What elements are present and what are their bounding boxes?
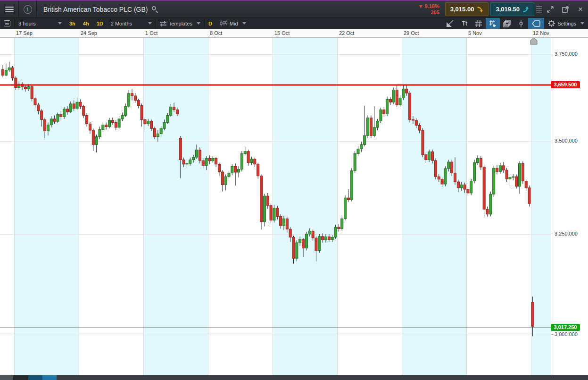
layers-button[interactable] <box>500 18 514 29</box>
date-axis-label: 22 Oct <box>339 30 354 36</box>
quick-period-3h[interactable]: 3h <box>66 18 79 29</box>
scrollbar-track-segment <box>13 375 28 380</box>
scrollbar-thumb[interactable] <box>28 375 57 380</box>
caret-down-icon <box>197 22 200 25</box>
horizontal-scrollbar[interactable] <box>0 375 588 380</box>
quick-period-1d[interactable]: 1D <box>93 18 107 29</box>
drag-grip-handle[interactable] <box>536 3 542 16</box>
trendline-tool-button[interactable] <box>443 18 457 29</box>
list-icon <box>4 20 10 26</box>
buy-price: 3,019.50 <box>496 6 520 13</box>
shape-tool-button[interactable] <box>528 18 544 29</box>
price-axis-label: 3,250.000 <box>555 231 578 236</box>
grid-icon <box>475 20 482 27</box>
layers-icon <box>503 20 511 27</box>
chart-canvas[interactable] <box>0 38 551 375</box>
day-granularity-button[interactable]: D <box>205 18 216 29</box>
range-dropdown[interactable]: 2 Months <box>107 18 156 29</box>
hamburger-menu-button[interactable] <box>0 1 19 17</box>
title-bar: 1 British American Tobacco PLC (GB) ▼ 9.… <box>0 1 588 18</box>
trendline-icon <box>446 20 455 27</box>
gear-icon <box>548 20 555 27</box>
price-axis-label: 3,500.000 <box>555 138 578 144</box>
templates-label: Templates <box>169 21 192 26</box>
pin-icon <box>518 20 524 27</box>
caret-down-icon <box>580 22 584 25</box>
buy-price-button[interactable]: 3,019.50 <box>490 2 534 16</box>
grid-tool-button[interactable] <box>472 18 486 29</box>
chart-toolbar: 3 hours 3h 4h 1D 2 Months Templates D Mi <box>0 18 588 29</box>
date-axis[interactable]: 17 Sep24 Sep1 Oct8 Oct15 Oct22 Oct29 Oct… <box>0 29 588 38</box>
change-points: 305 <box>431 9 439 16</box>
hamburger-icon <box>5 7 14 8</box>
caret-down-icon <box>148 22 152 25</box>
date-axis-label: 29 Oct <box>404 30 419 36</box>
candlestick-icon <box>220 20 227 26</box>
instrument-title-area: British American Tobacco PLC (GB) <box>37 1 414 17</box>
text-tool-icon: Tt <box>462 20 467 27</box>
templates-dropdown[interactable]: Templates <box>156 18 205 29</box>
toolbar-right-group: Tt <box>443 18 588 29</box>
chart-list-button[interactable] <box>0 18 15 29</box>
search-icon[interactable] <box>152 6 158 13</box>
price-change-block: ▼ 9.18% 305 <box>414 1 444 17</box>
pin-tool-button[interactable] <box>514 18 528 29</box>
date-axis-label: 1 Oct <box>145 30 157 36</box>
price-axis-label: 3,000.000 <box>555 331 578 337</box>
price-axis-label: 3,750.000 <box>555 51 578 57</box>
period-value: 3 hours <box>18 21 36 26</box>
expand-button[interactable] <box>543 1 558 17</box>
draw-grid-pencil-icon <box>489 20 497 27</box>
instrument-title: British American Tobacco PLC (GB) <box>43 6 148 13</box>
down-triangle-icon: ▼ <box>418 3 423 9</box>
range-value: 2 Months <box>111 21 132 26</box>
price-type-value: Mid <box>230 21 238 26</box>
title-bar-right: ▼ 9.18% 305 3,015.00 3,019.50 <box>414 1 588 17</box>
change-percent: ▼ 9.18% <box>418 3 439 9</box>
caret-down-icon <box>242 22 246 25</box>
resistance-price-tag: 3,659.500 <box>551 81 580 88</box>
quick-period-4h[interactable]: 4h <box>79 18 93 29</box>
popout-icon <box>562 6 569 13</box>
caret-down-icon <box>58 22 62 25</box>
date-axis-label: 17 Sep <box>16 30 33 36</box>
current-price-tag: 3,017.250 <box>551 324 580 331</box>
close-button[interactable]: × <box>573 1 588 17</box>
sell-price: 3,015.00 <box>450 6 474 13</box>
date-axis-label: 8 Oct <box>210 30 222 36</box>
price-chart[interactable] <box>0 38 551 375</box>
settings-label: Settings <box>557 21 576 26</box>
sliders-icon <box>160 21 166 26</box>
buy-arrow-up-icon <box>522 6 529 13</box>
date-axis-label: 24 Sep <box>81 30 97 36</box>
instrument-number-button[interactable]: 1 <box>19 1 37 17</box>
date-axis-label: 5 Nov <box>468 30 482 36</box>
settings-dropdown[interactable]: Settings <box>544 18 588 29</box>
draw-tool-button[interactable] <box>486 18 500 29</box>
price-type-dropdown[interactable]: Mid <box>216 18 250 29</box>
text-tool-button[interactable]: Tt <box>457 18 472 29</box>
number-badge-icon: 1 <box>24 5 32 14</box>
shape-icon <box>532 20 540 27</box>
sell-arrow-down-icon <box>477 6 483 13</box>
expand-icon <box>547 6 554 13</box>
period-dropdown[interactable]: 3 hours <box>15 18 66 29</box>
scrollbar-left-cap[interactable] <box>0 375 13 380</box>
sell-price-button[interactable]: 3,015.00 <box>445 2 489 16</box>
date-axis-label: 12 Nov <box>533 30 549 36</box>
trading-chart-window: 1 British American Tobacco PLC (GB) ▼ 9.… <box>0 0 588 380</box>
popout-button[interactable] <box>558 1 573 17</box>
date-axis-label: 15 Oct <box>274 30 290 36</box>
